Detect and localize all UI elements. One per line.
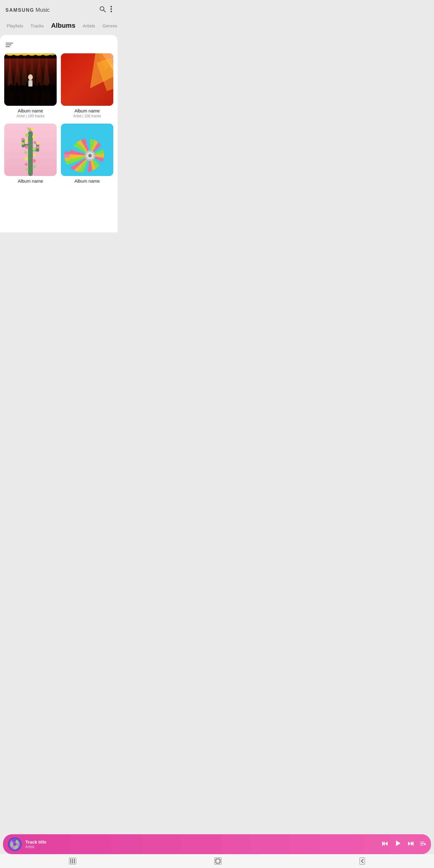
brand-name: SAMSUNG: [5, 7, 34, 13]
album-name: Album name: [18, 108, 43, 113]
svg-marker-18: [19, 56, 30, 106]
svg-point-55: [33, 141, 36, 144]
svg-point-63: [22, 138, 24, 141]
svg-point-65: [36, 142, 39, 145]
svg-rect-26: [16, 83, 18, 90]
svg-line-1: [104, 10, 106, 12]
svg-point-50: [24, 151, 27, 154]
sort-icon: [5, 41, 13, 50]
svg-point-61: [27, 127, 30, 130]
sort-button[interactable]: [4, 40, 113, 53]
main-content: Album name Artist | 100 tracks: [0, 35, 118, 232]
svg-point-47: [25, 133, 29, 137]
svg-marker-19: [26, 56, 38, 106]
svg-rect-34: [61, 53, 113, 106]
svg-point-57: [33, 154, 36, 157]
album-item[interactable]: Album name Artist | 100 tracks: [4, 53, 57, 118]
svg-point-70: [88, 154, 92, 158]
album-art-spring: [61, 124, 113, 176]
svg-point-52: [25, 163, 28, 166]
svg-rect-32: [49, 84, 50, 90]
svg-point-53: [26, 168, 29, 171]
svg-rect-42: [28, 131, 33, 176]
album-name: Album name: [74, 179, 100, 184]
album-meta: Artist | 100 tracks: [73, 114, 101, 118]
svg-point-3: [111, 8, 112, 10]
svg-point-56: [33, 147, 36, 151]
tab-artists[interactable]: Artists: [79, 22, 99, 30]
svg-point-58: [33, 159, 36, 163]
header-actions: [99, 5, 112, 14]
album-name: Album name: [74, 108, 100, 113]
album-grid: Album name Artist | 100 tracks: [4, 53, 113, 184]
svg-point-48: [25, 140, 28, 143]
svg-rect-29: [33, 84, 35, 89]
more-options-icon[interactable]: [110, 5, 112, 14]
album-art-cactus: [4, 124, 57, 176]
svg-marker-21: [41, 56, 53, 106]
tab-albums[interactable]: Albums: [47, 20, 79, 31]
app-header: SAMSUNG Music: [0, 0, 118, 18]
svg-point-2: [111, 6, 112, 7]
svg-point-51: [25, 157, 28, 160]
album-art-red: [61, 53, 113, 106]
album-meta: Artist | 100 tracks: [17, 114, 44, 118]
svg-rect-22: [4, 85, 57, 106]
navigation-tabs: Playlists Tracks Albums Artists Genres: [0, 18, 118, 35]
svg-point-49: [25, 145, 29, 149]
album-item[interactable]: Album name: [61, 124, 113, 184]
search-icon[interactable]: [99, 5, 106, 14]
album-item[interactable]: Album name: [4, 124, 57, 184]
svg-rect-8: [4, 53, 57, 106]
album-item[interactable]: Album name Artist | 100 tracks: [61, 53, 113, 118]
svg-rect-30: [38, 83, 39, 90]
tab-playlists[interactable]: Playlists: [3, 22, 27, 30]
svg-marker-16: [6, 56, 14, 106]
svg-point-54: [32, 135, 36, 138]
svg-rect-31: [44, 84, 45, 90]
svg-point-23: [28, 74, 33, 80]
tab-genres[interactable]: Genres: [99, 22, 118, 30]
app-logo: SAMSUNG Music: [5, 7, 50, 13]
album-art-concert: [4, 53, 57, 106]
svg-rect-27: [22, 85, 23, 90]
svg-point-62: [31, 128, 34, 131]
svg-rect-24: [28, 80, 33, 87]
product-name: Music: [36, 7, 50, 13]
svg-point-59: [33, 165, 36, 168]
svg-marker-20: [33, 56, 45, 106]
svg-point-4: [111, 11, 112, 12]
svg-rect-28: [26, 83, 28, 89]
album-name: Album name: [18, 179, 43, 184]
svg-marker-17: [11, 56, 23, 106]
svg-point-64: [22, 142, 24, 145]
svg-point-66: [36, 146, 39, 149]
svg-rect-25: [10, 84, 12, 90]
tab-tracks[interactable]: Tracks: [27, 22, 47, 30]
